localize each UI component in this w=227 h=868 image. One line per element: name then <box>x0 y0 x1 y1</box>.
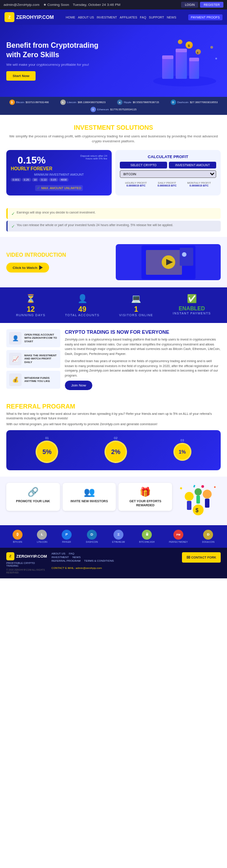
logo[interactable]: Z ZEROHYIP.COM <box>5 12 54 22</box>
dashcoin-payment-icon: D <box>87 530 97 540</box>
crypto-select[interactable]: BITCOIN <box>120 170 216 178</box>
footer-logo-icon: Z <box>6 552 14 560</box>
step-2-icon: 📈 <box>9 353 22 365</box>
svg-point-20 <box>185 492 194 501</box>
invest-label: Deposit return after 24 hours with 5% fe… <box>76 155 107 160</box>
about-steps: 👤 OPEN FREE ACCOUNT WITH ZEROHYIP.COM TO… <box>6 329 60 390</box>
check-icon-2: ✓ <box>11 224 15 229</box>
stat-payments: ✅ ENABLED INSTANT PAYMENTS <box>173 294 211 317</box>
payment-ethereum: Ξ ETHEREUM <box>112 530 125 543</box>
investment-title-rest: SOLUTIONS <box>116 124 153 131</box>
hero-section: Benefit from Cryptotrading with Zero Ski… <box>0 25 227 97</box>
about-content: CRYPTO TRADING IS NOW FOR EVERYONE ZeroH… <box>65 329 221 390</box>
svg-rect-3 <box>176 50 187 79</box>
footer-link-investment[interactable]: INVESTMENT <box>51 556 69 559</box>
step-1-text: OPEN FREE ACCOUNT WITH ZEROHYIP.COM TO S… <box>24 333 58 344</box>
ticker-eth: Ξ Ethereum $1776.557520534115 <box>91 107 136 112</box>
payment-dashcoin: D DASHCOIN <box>86 530 98 543</box>
svg-rect-4 <box>176 49 187 52</box>
bitcoin-label: Bitcoin <box>16 101 24 104</box>
footer-link-about[interactable]: ABOUT US <box>51 552 65 555</box>
footer-logo-text: ZEROHYIP.COM <box>16 554 47 559</box>
ripple-icon: ✕ <box>117 100 123 105</box>
footer-link-terms[interactable]: TERMS & CONDITIONS <box>84 559 114 562</box>
ticker-litecoin: Ł Litecoin $68.136643607328623 <box>60 100 105 105</box>
ripple-value: $0.550379987636715 <box>133 101 159 104</box>
watch-button[interactable]: Click to Watch <box>6 263 49 273</box>
how-card-1-title: PROMOTE YOUR LINK <box>10 499 56 503</box>
footer-contact-email: CONTACT E-MAIL: admin@zerohyip.com <box>51 567 102 569</box>
nav-news[interactable]: NEWS <box>167 16 176 19</box>
date-display: Tuesday, October 24 3:46 PM <box>73 3 120 7</box>
celebration-graphic: $ <box>176 483 221 519</box>
total-accounts-number: 49 <box>65 305 100 314</box>
how-card-1: 🔗 PROMOTE YOUR LINK <box>6 483 60 511</box>
nav-affiliates[interactable]: AFFILIATES <box>120 16 137 19</box>
stat-visitors: 💻 1 VISITORS ONLINE <box>119 294 153 317</box>
footer-link-news[interactable]: NEWS <box>73 556 81 559</box>
footer-link-row-1: ABOUT US FAQ <box>51 552 177 555</box>
payeer-payment-label: PAYEER <box>62 541 71 543</box>
footer-logo: Z ZEROHYIP.COM PROFITABLE CRYPTO TRADING… <box>6 552 47 574</box>
ref-num-3: 03 <box>173 439 191 442</box>
ethereum-payment-icon: Ξ <box>114 530 123 540</box>
eth-icon: Ξ <box>91 107 96 112</box>
logo-icon: Z <box>5 12 14 22</box>
nav-investment[interactable]: INVESTMENT <box>97 16 117 19</box>
referral-note: With our referral program, you will have… <box>6 423 221 426</box>
referral-title-rest: PROGRAM <box>42 403 75 410</box>
svg-rect-5 <box>189 59 199 79</box>
video-thumbnail[interactable] <box>116 244 221 280</box>
amount-chip-6: 4000 <box>59 178 68 182</box>
top-bar-left: admin@ZeroHyip.com ★ Coming Soon Tuesday… <box>4 3 120 7</box>
hero-sub: We will make your cryptocurrency profita… <box>6 63 114 67</box>
nav-about[interactable]: ABOUT US <box>78 16 94 19</box>
login-button[interactable]: LOGIN <box>181 2 198 8</box>
top-bar-right: LOGIN REGISTER <box>181 2 223 8</box>
amount-chip-2: 0.25 <box>22 178 31 182</box>
bitcoin-value: $33710.897631466 <box>26 101 49 104</box>
step-2: 📈 MAKE THE INVESTMENT AND WATCH PROFIT D… <box>6 350 60 368</box>
contact-fork-button[interactable]: ✉ CONTACT FORK <box>182 552 221 563</box>
svg-rect-21 <box>187 501 191 510</box>
svg-rect-18 <box>180 248 193 266</box>
email-link[interactable]: admin@ZeroHyip.com <box>4 3 40 7</box>
investment-sub: We simplify the process of making profit… <box>6 134 221 144</box>
how-card-3-title: GET YOUR EFFORTS REWARDED <box>122 499 168 507</box>
nav-support[interactable]: SUPPORT <box>149 16 164 19</box>
visitors-number: 1 <box>119 305 153 314</box>
payment-proofs-button[interactable]: PAYMENT PROOFS <box>188 14 222 20</box>
footer-link-faq[interactable]: FAQ <box>69 552 74 555</box>
contact-icon: ✉ <box>186 555 190 560</box>
register-button[interactable]: REGISTER <box>200 2 223 8</box>
dash-value: $27.360770603019553 <box>190 101 218 104</box>
check-icon-1: ✓ <box>11 211 15 216</box>
svg-text:$: $ <box>188 44 190 48</box>
payment-perfectmoney: PM PERFECTMONEY <box>169 530 188 543</box>
ticker-bitcoin: ₿ Bitcoin $33710.897631466 <box>9 100 49 105</box>
ref-num-2: 02 <box>104 436 127 440</box>
join-now-button[interactable]: Join Now <box>65 381 92 390</box>
litecoin-payment-icon: Ł <box>37 530 47 540</box>
payments-enabled: ENABLED <box>173 305 211 312</box>
start-now-button[interactable]: Start Now <box>6 71 36 81</box>
footer-link-row-3: REFERRAL PROGRAM TERMS & CONDITIONS <box>51 559 177 562</box>
ref-tier-3: 03 1% <box>173 439 191 462</box>
footer-link-referral[interactable]: REFERRAL PROGRAM <box>51 559 80 562</box>
about-para-1: ZeroHyip.com is a cryptocurrency-based t… <box>65 337 221 356</box>
invest-amounts: 0.001 0.25 10 0.13 0.05 4000 <box>11 178 107 182</box>
payment-icons: ₿ BITCOIN Ł LITECOIN P PAYEER D DASHCOIN… <box>6 530 221 543</box>
svg-rect-6 <box>189 58 199 61</box>
svg-rect-29 <box>193 485 195 487</box>
nav-home[interactable]: HOME <box>66 16 75 19</box>
nav-faq[interactable]: FAQ <box>140 16 146 19</box>
litecoin-value: $68.136643607328623 <box>78 101 106 104</box>
bitcoin-icon: ₿ <box>9 100 15 105</box>
ref-tier-2: 02 2% <box>104 436 127 464</box>
bitcoin-payment-icon: ₿ <box>13 530 23 540</box>
daily-value: 0.0000015 BTC <box>158 184 177 187</box>
svg-point-12 <box>210 46 213 49</box>
referral-title-highlight: REFERRAL <box>6 403 41 410</box>
svg-point-28 <box>201 485 204 488</box>
svg-point-24 <box>195 488 202 495</box>
